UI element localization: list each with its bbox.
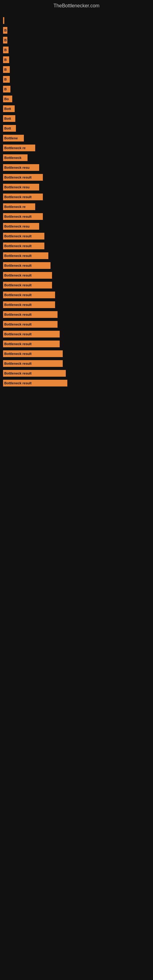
bar-item: B [3,66,10,73]
bar-item: Bottleneck result [3,370,66,377]
bar-row: Bottleneck result [3,192,150,201]
bar-item: Bo [3,95,12,102]
bar-row: B [3,46,150,54]
bar-item: Bottleneck result [3,233,45,240]
bar-row: Bottleneck result [3,212,150,221]
bar-row: Bottleneck resu [3,222,150,231]
bar-item [3,17,4,24]
bar-row: Bottleneck result [3,291,150,299]
bar-row: Bottleneck result [3,173,150,181]
bar-item: Bottleneck resu [3,223,39,230]
bar-row: Bo [3,95,150,103]
bar-item: Bottleneck re [3,204,35,210]
bar-row: Bottleneck result [3,301,150,309]
bar-item: Bottleneck result [3,282,52,288]
bar-row: B [3,36,150,45]
bar-row: Bottleneck result [3,369,150,378]
bar-row: B [3,85,150,94]
bar-row: Bottleneck result [3,271,150,280]
bar-row: Bottleneck result [3,359,150,368]
bar-row [3,16,150,25]
bar-row: Bott [3,105,150,113]
bar-row: B [3,26,150,35]
bar-row: B [3,56,150,64]
bar-item: Bottleneck result [3,380,67,387]
bar-item: Bottleneck result [3,262,51,269]
bar-item: Bottleneck resu [3,184,39,191]
bar-item: Bottleneck result [3,340,60,347]
bar-row: Bottleneck resu [3,163,150,172]
bar-item: Bottleneck result [3,272,52,279]
bar-row: Bottleneck re [3,144,150,152]
bar-row: Bottleneck [3,153,150,162]
bar-row: Bottleneck result [3,330,150,339]
bar-item: Bott [3,125,16,132]
bar-row: Bottleneck result [3,379,150,387]
bar-row: Bottleneck result [3,340,150,348]
bar-item: Bottleneck result [3,321,57,328]
bar-row: Bottleneck result [3,320,150,329]
bar-row: Bott [3,114,150,123]
bar-row: Bottleneck result [3,350,150,358]
bar-row: Bottleneck result [3,251,150,260]
bar-item: Bottleneck result [3,291,55,298]
bar-item: Bottleneck re [3,145,35,151]
bar-row: B [3,65,150,74]
bar-item: Bottleneck result [3,331,60,337]
bar-item: Bottleneck result [3,252,48,259]
bar-row: Bottleneck re [3,202,150,211]
bar-item: Bott [3,105,15,112]
bar-item: Bottleneck result [3,301,55,308]
bar-item: Bottleneck result [3,350,63,357]
bar-item: Bottleneck result [3,243,45,249]
bar-item: Bottleneck result [3,360,63,367]
bar-item: Bottleneck result [3,311,57,318]
bar-item: B [3,56,9,63]
bar-row: Bott [3,124,150,133]
bar-item: Bott [3,115,15,122]
bar-row: Bottlene [3,134,150,142]
bar-row: Bottleneck result [3,310,150,319]
bar-row: Bottleneck result [3,242,150,250]
bar-row: B [3,75,150,84]
bar-item: B [3,37,7,43]
site-title: TheBottlenecker.com [0,0,153,10]
bar-item: B [3,46,9,53]
bar-item: Bottleneck result [3,194,43,200]
bar-row: Bottleneck resu [3,183,150,191]
bar-item: Bottleneck result [3,213,43,220]
bar-row: Bottleneck result [3,232,150,240]
bar-item: Bottleneck [3,154,27,161]
bar-item: Bottlene [3,135,24,142]
bar-row: Bottleneck result [3,281,150,290]
bar-item: B [3,27,7,34]
bar-row: Bottleneck result [3,261,150,270]
bar-item: Bottleneck resu [3,164,39,171]
bars-container: BBBBBBBBoBottBottBottBottleneBottleneck … [0,10,153,392]
bar-item: B [3,76,10,83]
bar-item: Bottleneck result [3,174,43,181]
bar-item: B [3,86,10,92]
